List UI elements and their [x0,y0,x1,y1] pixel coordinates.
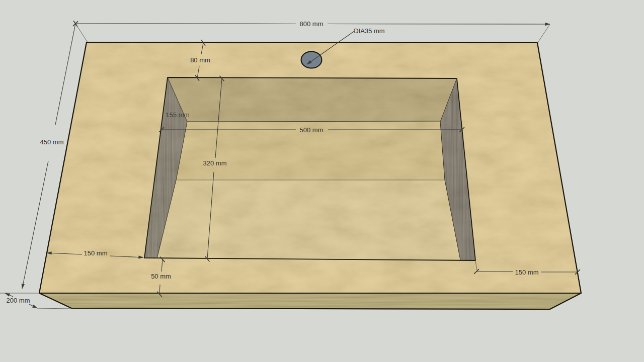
dim-150-left-label[interactable]: 150 mm [84,249,108,257]
dia35-label[interactable]: DIA35 mm [354,27,384,35]
dim-800-label[interactable]: 800 mm [300,20,324,28]
dim-450-label[interactable]: 450 mm [40,138,64,146]
dim-500-label[interactable]: 500 mm [300,126,324,134]
dim-200-label[interactable]: 200 mm [7,297,30,304]
dim-150-right-label[interactable]: 150 mm [515,268,539,276]
dim-320-label[interactable]: 320 mm [203,159,227,167]
model-scene[interactable]: 800 mm DIA35 mm 80 mm 450 mm 155 mm 500 … [0,0,644,362]
countertop-front-face[interactable] [39,293,581,309]
dim-50-label[interactable]: 50 mm [151,273,171,280]
cad-viewport[interactable]: 800 mm DIA35 mm 80 mm 450 mm 155 mm 500 … [0,0,644,362]
dim-155-label[interactable]: 155 mm [166,111,190,119]
basin-back-wall-face[interactable] [168,77,457,122]
faucet-hole[interactable] [301,52,322,68]
basin-floor-lower-face[interactable] [157,180,460,260]
dim-80-label[interactable]: 80 mm [190,56,210,64]
